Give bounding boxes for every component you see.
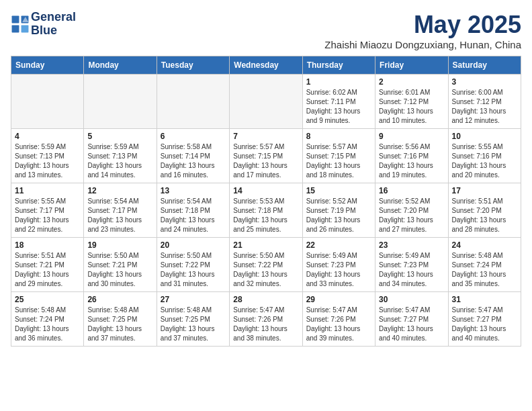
calendar-cell: 25Sunrise: 5:48 AMSunset: 7:24 PMDayligh… [11, 292, 84, 347]
calendar-cell: 28Sunrise: 5:47 AMSunset: 7:26 PMDayligh… [230, 292, 302, 347]
logo: General Blue [11, 11, 76, 38]
month-title: May 2025 [324, 11, 521, 39]
day-number: 3 [452, 77, 517, 87]
day-info: Sunrise: 5:51 AMSunset: 7:21 PMDaylight:… [15, 251, 80, 289]
calendar-cell [230, 75, 302, 129]
day-info: Sunrise: 5:47 AMSunset: 7:27 PMDaylight:… [452, 306, 517, 343]
day-number: 13 [161, 186, 226, 195]
calendar-cell: 19Sunrise: 5:50 AMSunset: 7:21 PMDayligh… [84, 238, 157, 292]
day-number: 8 [306, 132, 371, 141]
day-info: Sunrise: 5:50 AMSunset: 7:22 PMDaylight:… [161, 251, 226, 289]
day-info: Sunrise: 5:55 AMSunset: 7:16 PMDaylight:… [452, 142, 517, 180]
calendar-cell: 26Sunrise: 5:48 AMSunset: 7:25 PMDayligh… [84, 292, 157, 347]
day-number: 2 [379, 77, 444, 87]
day-number: 5 [87, 132, 152, 141]
day-number: 6 [161, 132, 226, 141]
svg-rect-3 [21, 25, 29, 32]
day-number: 26 [87, 295, 152, 304]
day-info: Sunrise: 5:52 AMSunset: 7:20 PMDaylight:… [379, 197, 444, 234]
day-info: Sunrise: 5:50 AMSunset: 7:21 PMDaylight:… [87, 251, 152, 289]
day-number: 12 [87, 186, 152, 195]
calendar-cell: 10Sunrise: 5:55 AMSunset: 7:16 PMDayligh… [448, 129, 521, 183]
day-info: Sunrise: 5:48 AMSunset: 7:25 PMDaylight:… [87, 306, 152, 343]
calendar-table: SundayMondayTuesdayWednesdayThursdayFrid… [11, 56, 521, 347]
day-info: Sunrise: 5:55 AMSunset: 7:17 PMDaylight:… [15, 197, 80, 234]
day-info: Sunrise: 6:01 AMSunset: 7:12 PMDaylight:… [379, 88, 444, 126]
day-number: 18 [15, 240, 80, 250]
location-title: Zhaishi Miaozu Dongzuxiang, Hunan, China [324, 39, 521, 50]
calendar-week-3: 11Sunrise: 5:55 AMSunset: 7:17 PMDayligh… [11, 183, 521, 238]
day-number: 17 [452, 186, 517, 195]
day-number: 11 [15, 186, 80, 195]
calendar-cell: 18Sunrise: 5:51 AMSunset: 7:21 PMDayligh… [11, 238, 84, 292]
day-info: Sunrise: 5:47 AMSunset: 7:26 PMDaylight:… [306, 306, 371, 343]
calendar-cell: 12Sunrise: 5:54 AMSunset: 7:17 PMDayligh… [84, 183, 157, 238]
day-info: Sunrise: 5:49 AMSunset: 7:23 PMDaylight:… [379, 251, 444, 289]
day-info: Sunrise: 5:53 AMSunset: 7:18 PMDaylight:… [233, 197, 298, 234]
day-number: 25 [15, 295, 80, 304]
day-number: 20 [161, 240, 226, 250]
header-friday: Friday [375, 56, 448, 75]
day-info: Sunrise: 5:54 AMSunset: 7:18 PMDaylight:… [161, 197, 226, 234]
day-number: 22 [306, 240, 371, 250]
day-number: 15 [306, 186, 371, 195]
day-number: 1 [306, 77, 371, 87]
svg-rect-2 [12, 25, 19, 32]
calendar-cell: 31Sunrise: 5:47 AMSunset: 7:27 PMDayligh… [448, 292, 521, 347]
calendar-cell: 23Sunrise: 5:49 AMSunset: 7:23 PMDayligh… [375, 238, 448, 292]
calendar-cell: 21Sunrise: 5:50 AMSunset: 7:22 PMDayligh… [230, 238, 302, 292]
day-number: 16 [379, 186, 444, 195]
svg-rect-0 [12, 15, 19, 23]
calendar-week-4: 18Sunrise: 5:51 AMSunset: 7:21 PMDayligh… [11, 238, 521, 292]
logo-icon [11, 15, 30, 34]
calendar-cell: 9Sunrise: 5:56 AMSunset: 7:16 PMDaylight… [375, 129, 448, 183]
day-info: Sunrise: 5:48 AMSunset: 7:24 PMDaylight:… [452, 251, 517, 289]
day-info: Sunrise: 5:59 AMSunset: 7:13 PMDaylight:… [87, 142, 152, 180]
calendar-header-row: SundayMondayTuesdayWednesdayThursdayFrid… [11, 56, 521, 75]
calendar-cell: 3Sunrise: 6:00 AMSunset: 7:12 PMDaylight… [448, 75, 521, 129]
header-monday: Monday [84, 56, 157, 75]
calendar-cell: 11Sunrise: 5:55 AMSunset: 7:17 PMDayligh… [11, 183, 84, 238]
logo-text: General Blue [31, 11, 76, 38]
calendar-cell: 2Sunrise: 6:01 AMSunset: 7:12 PMDaylight… [375, 75, 448, 129]
day-info: Sunrise: 5:48 AMSunset: 7:25 PMDaylight:… [161, 306, 226, 343]
day-number: 4 [15, 132, 80, 141]
day-info: Sunrise: 5:52 AMSunset: 7:19 PMDaylight:… [306, 197, 371, 234]
calendar-week-5: 25Sunrise: 5:48 AMSunset: 7:24 PMDayligh… [11, 292, 521, 347]
header-thursday: Thursday [302, 56, 375, 75]
calendar-cell: 1Sunrise: 6:02 AMSunset: 7:11 PMDaylight… [302, 75, 375, 129]
day-info: Sunrise: 5:56 AMSunset: 7:16 PMDaylight:… [379, 142, 444, 180]
day-number: 21 [233, 240, 298, 250]
header-saturday: Saturday [448, 56, 521, 75]
day-number: 23 [379, 240, 444, 250]
day-info: Sunrise: 5:58 AMSunset: 7:14 PMDaylight:… [161, 142, 226, 180]
header-tuesday: Tuesday [157, 56, 229, 75]
calendar-cell: 16Sunrise: 5:52 AMSunset: 7:20 PMDayligh… [375, 183, 448, 238]
day-number: 27 [161, 295, 226, 304]
day-info: Sunrise: 5:49 AMSunset: 7:23 PMDaylight:… [306, 251, 371, 289]
day-info: Sunrise: 5:47 AMSunset: 7:26 PMDaylight:… [233, 306, 298, 343]
day-number: 29 [306, 295, 371, 304]
day-number: 19 [87, 240, 152, 250]
calendar-week-2: 4Sunrise: 5:59 AMSunset: 7:13 PMDaylight… [11, 129, 521, 183]
day-info: Sunrise: 6:02 AMSunset: 7:11 PMDaylight:… [306, 88, 371, 126]
calendar-cell: 27Sunrise: 5:48 AMSunset: 7:25 PMDayligh… [157, 292, 229, 347]
day-info: Sunrise: 5:50 AMSunset: 7:22 PMDaylight:… [233, 251, 298, 289]
calendar-cell: 13Sunrise: 5:54 AMSunset: 7:18 PMDayligh… [157, 183, 229, 238]
day-info: Sunrise: 5:48 AMSunset: 7:24 PMDaylight:… [15, 306, 80, 343]
day-number: 7 [233, 132, 298, 141]
day-info: Sunrise: 5:57 AMSunset: 7:15 PMDaylight:… [306, 142, 371, 180]
day-number: 24 [452, 240, 517, 250]
day-info: Sunrise: 5:51 AMSunset: 7:20 PMDaylight:… [452, 197, 517, 234]
day-info: Sunrise: 5:57 AMSunset: 7:15 PMDaylight:… [233, 142, 298, 180]
header-wednesday: Wednesday [230, 56, 302, 75]
calendar-cell [157, 75, 229, 129]
title-section: May 2025 Zhaishi Miaozu Dongzuxiang, Hun… [324, 11, 521, 50]
day-number: 31 [452, 295, 517, 304]
page-header: General Blue May 2025 Zhaishi Miaozu Don… [11, 11, 521, 50]
calendar-cell: 17Sunrise: 5:51 AMSunset: 7:20 PMDayligh… [448, 183, 521, 238]
day-info: Sunrise: 6:00 AMSunset: 7:12 PMDaylight:… [452, 88, 517, 126]
calendar-cell: 14Sunrise: 5:53 AMSunset: 7:18 PMDayligh… [230, 183, 302, 238]
calendar-week-1: 1Sunrise: 6:02 AMSunset: 7:11 PMDaylight… [11, 75, 521, 129]
calendar-cell [11, 75, 84, 129]
